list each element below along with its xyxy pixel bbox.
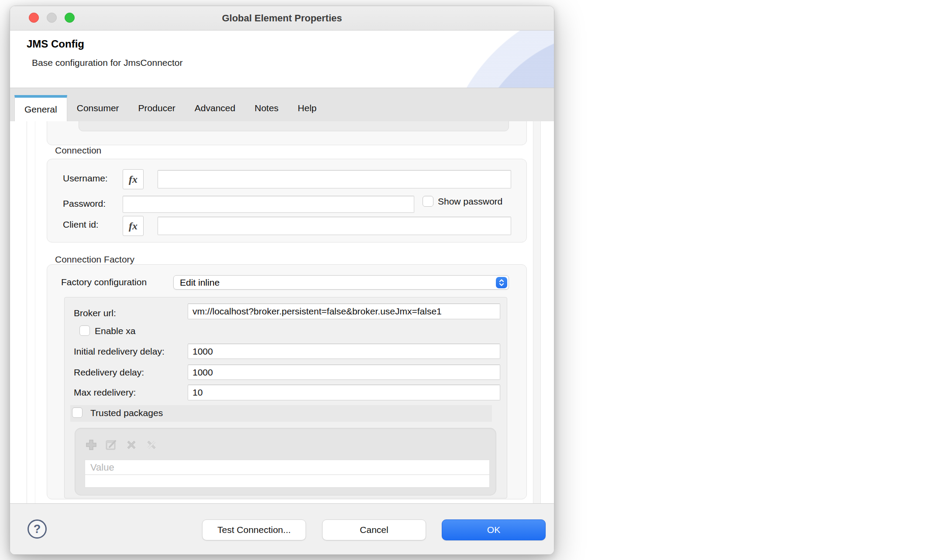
tab-producer[interactable]: Producer	[129, 95, 185, 121]
factory-configuration-value: Edit inline	[180, 277, 220, 288]
content-left-border	[27, 121, 27, 503]
max-redelivery-input[interactable]	[188, 385, 500, 400]
trusted-packages-empty-row[interactable]	[85, 475, 489, 488]
broker-url-label: Broker url:	[74, 308, 116, 318]
window-title: Global Element Properties	[10, 6, 554, 31]
enable-xa-label: Enable xa	[95, 326, 135, 336]
redelivery-delay-input[interactable]	[188, 365, 500, 380]
cancel-button[interactable]: Cancel	[322, 519, 426, 540]
connection-factory-section-label: Connection Factory	[55, 254, 134, 265]
vertical-scrollbar[interactable]	[533, 121, 541, 503]
scrolled-panel-remnant	[79, 121, 509, 131]
password-input[interactable]	[123, 196, 414, 213]
general-tab-content: Connection Username: fx Password: Show p…	[10, 121, 554, 503]
client-id-expression-button[interactable]: fx	[123, 216, 144, 236]
config-title: JMS Config	[27, 38, 84, 50]
titlebar: Global Element Properties	[10, 6, 554, 31]
tab-general[interactable]: General	[14, 95, 67, 121]
delete-all-icon[interactable]	[144, 438, 158, 452]
tab-help[interactable]: Help	[288, 95, 326, 121]
factory-configuration-select[interactable]: Edit inline	[173, 275, 509, 290]
show-password-checkbox[interactable]	[423, 196, 433, 207]
username-expression-button[interactable]: fx	[123, 169, 144, 189]
dialog-header: JMS Config Base configuration for JmsCon…	[10, 31, 554, 88]
connection-section-label: Connection	[55, 145, 101, 156]
username-label: Username:	[63, 173, 108, 184]
test-connection-button[interactable]: Test Connection...	[202, 519, 306, 540]
add-icon[interactable]	[84, 438, 98, 452]
tab-consumer[interactable]: Consumer	[67, 95, 129, 121]
tab-bar: General Consumer Producer Advanced Notes…	[10, 88, 554, 121]
password-label: Password:	[63, 198, 106, 209]
screen: Global Element Properties JMS Config Bas…	[0, 0, 935, 560]
trusted-packages-table[interactable]: Value	[85, 460, 490, 488]
value-column-header: Value	[85, 460, 489, 475]
help-button[interactable]: ?	[28, 519, 47, 539]
tab-advanced[interactable]: Advanced	[185, 95, 245, 121]
select-arrows-icon	[496, 277, 507, 288]
client-id-label: Client id:	[63, 219, 99, 230]
trusted-packages-checkbox[interactable]	[72, 407, 82, 418]
factory-configuration-label: Factory configuration	[61, 277, 147, 287]
username-input[interactable]	[158, 170, 511, 188]
trusted-packages-label: Trusted packages	[90, 408, 163, 418]
enable-xa-checkbox[interactable]	[79, 325, 90, 336]
edit-icon[interactable]	[104, 438, 118, 452]
trusted-packages-toolbar	[84, 438, 158, 452]
delete-icon[interactable]	[124, 438, 138, 452]
client-id-input[interactable]	[158, 217, 511, 235]
redelivery-delay-label: Redelivery delay:	[74, 367, 144, 378]
trusted-packages-panel: Value	[75, 428, 496, 495]
ok-button[interactable]: OK	[442, 519, 546, 540]
tab-notes[interactable]: Notes	[245, 95, 288, 121]
initial-redelivery-delay-label: Initial redelivery delay:	[74, 346, 165, 357]
global-element-properties-dialog: Global Element Properties JMS Config Bas…	[10, 6, 554, 555]
max-redelivery-label: Max redelivery:	[74, 387, 136, 398]
initial-redelivery-delay-input[interactable]	[188, 344, 500, 359]
fx-icon: fx	[129, 174, 138, 185]
show-password-label: Show password	[438, 196, 502, 207]
fx-icon: fx	[129, 220, 138, 232]
config-subtitle: Base configuration for JmsConnector	[32, 58, 183, 68]
button-bar: ? Test Connection... Cancel OK	[10, 503, 554, 555]
form-left-border	[35, 121, 35, 503]
header-decoration	[467, 31, 554, 88]
question-mark-icon: ?	[34, 522, 41, 536]
broker-url-input[interactable]	[188, 304, 500, 319]
